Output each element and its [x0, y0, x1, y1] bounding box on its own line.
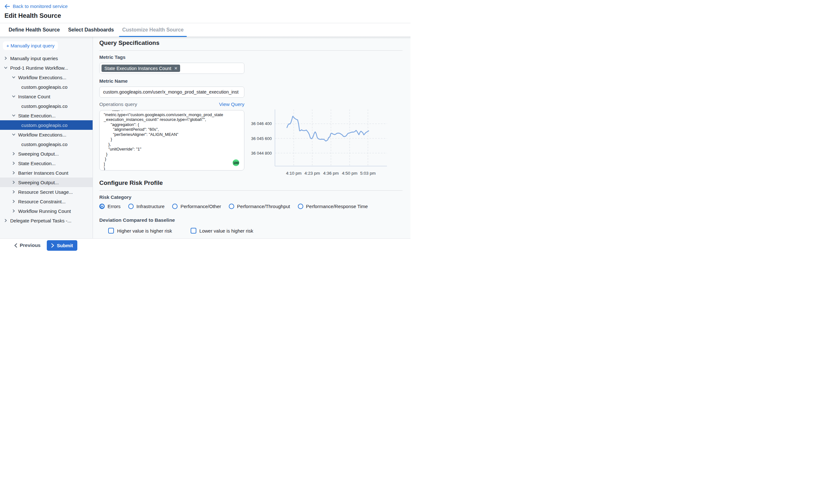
tree-item-sweeping-output[interactable]: Sweeping Output... [0, 149, 93, 158]
operations-query-editor[interactable]: "filter": "metric.type=\"custom.googleap… [99, 110, 244, 171]
tab-select-dashboards[interactable]: Select Dashboards [64, 23, 118, 37]
radio-circle-icon[interactable] [128, 204, 134, 209]
tree-item-label: Workflow Running Count [18, 208, 71, 214]
operations-query-label: Operations query [99, 101, 137, 107]
radio-label: Performance/Throughput [237, 204, 290, 209]
metric-tags-input[interactable]: State Execution Instances Count ✕ [99, 63, 244, 74]
view-query-link[interactable]: View Query [219, 101, 244, 107]
chevron-down-icon[interactable] [12, 133, 16, 137]
radio-circle-icon[interactable] [172, 204, 178, 209]
svg-text:5:03 pm: 5:03 pm [360, 171, 376, 176]
remove-tag-icon[interactable]: ✕ [174, 67, 177, 70]
svg-text:4:10 pm: 4:10 pm [286, 171, 302, 176]
deviation-checkboxes: Higher value is higher riskLower value i… [99, 228, 411, 234]
tree-item-label: Workflow Executions... [18, 75, 66, 80]
svg-text:4:23 pm: 4:23 pm [305, 171, 320, 176]
operations-query-text: "filter": "metric.type=\"custom.googleap… [104, 110, 244, 171]
tree-item-workflow-executions[interactable]: Workflow Executions... [0, 73, 93, 82]
tree-item-label: Prod-1 Runtime Workflow... [10, 65, 68, 71]
tree-item-label: State Execution... [18, 113, 56, 118]
chevron-right-icon[interactable] [12, 161, 16, 165]
svg-text:4:36 pm: 4:36 pm [323, 171, 339, 176]
chevron-right-icon[interactable] [12, 152, 16, 156]
tree-item-workflow-running-count[interactable]: Workflow Running Count [0, 206, 93, 216]
tree-item-custom-googleapis-co[interactable]: custom.googleapis.co [0, 139, 93, 149]
tree-item-custom-googleapis-co[interactable]: custom.googleapis.co [0, 120, 93, 130]
tree-item-label: custom.googleapis.co [21, 84, 67, 90]
tree-item-label: Workflow Executions... [18, 132, 66, 137]
radio-performance-other[interactable]: Performance/Other [172, 204, 221, 209]
tree-item-delegate-perpetual-tasks[interactable]: Delegate Perpetual Tasks -... [0, 216, 93, 225]
chevron-down-icon[interactable] [12, 75, 16, 79]
risk-category-options: ErrorsInfrastructurePerformance/OtherPer… [99, 203, 411, 209]
tree-item-sweeping-output[interactable]: Sweeping Output... [0, 178, 93, 187]
metric-name-input[interactable]: custom.googleapis.com/user/x_mongo_prod_… [99, 87, 244, 98]
chevron-down-icon[interactable] [12, 114, 16, 117]
previous-button[interactable]: Previous [14, 242, 40, 248]
submit-button-label: Submit [57, 243, 73, 248]
radio-label: Performance/Response Time [306, 204, 368, 209]
svg-text:4:50 pm: 4:50 pm [342, 171, 357, 176]
tree-item-label: custom.googleapis.co [21, 123, 67, 128]
tree-item-label: Resource Constraint... [18, 199, 66, 204]
page-header: Back to monitored service Edit Health So… [0, 0, 411, 23]
submit-button[interactable]: Submit [47, 240, 77, 251]
tree-item-custom-googleapis-co[interactable]: custom.googleapis.co [0, 82, 93, 92]
main-panel: Query Specifications Metric Tags State E… [93, 37, 411, 238]
tree-item-state-execution[interactable]: State Execution... [0, 158, 93, 168]
query-tree-sidebar: + Manually input query Manually input qu… [0, 37, 93, 238]
radio-circle-icon[interactable] [99, 204, 105, 209]
tree-item-barrier-instances-count[interactable]: Barrier Instances Count [0, 168, 93, 178]
query-score-badge: 100 [233, 159, 239, 166]
tree-item-label: Manually input queries [10, 56, 58, 61]
tree-item-workflow-executions[interactable]: Workflow Executions... [0, 130, 93, 139]
radio-errors[interactable]: Errors [99, 204, 121, 209]
tree-item-label: Barrier Instances Count [18, 170, 68, 176]
tree-item-custom-googleapis-co[interactable]: custom.googleapis.co [0, 101, 93, 111]
radio-performance-response-time[interactable]: Performance/Response Time [298, 204, 368, 209]
chevron-down-icon[interactable] [4, 66, 8, 70]
chevron-right-icon[interactable] [12, 199, 16, 203]
chevron-down-icon[interactable] [12, 95, 16, 98]
chevron-right-icon[interactable] [4, 56, 8, 60]
radio-circle-icon[interactable] [298, 204, 303, 209]
radio-label: Errors [108, 204, 121, 209]
radio-infrastructure[interactable]: Infrastructure [128, 204, 165, 209]
checkbox-higher-value-is-higher-risk[interactable]: Higher value is higher risk [108, 228, 172, 234]
checkbox-box-icon[interactable] [191, 228, 196, 234]
tree-item-instance-count[interactable]: Instance Count [0, 92, 93, 101]
svg-text:36 044 800: 36 044 800 [251, 151, 272, 156]
add-manual-query-button[interactable]: + Manually input query [3, 41, 58, 50]
metric-tag-chip[interactable]: State Execution Instances Count ✕ [102, 65, 180, 72]
tree-item-label: Sweeping Output... [18, 180, 59, 185]
arrow-left-icon [4, 4, 10, 9]
tree-item-resource-secret-usage[interactable]: Resource Secret Usage... [0, 187, 93, 197]
tree-item-manually-input-queries[interactable]: Manually input queries [0, 53, 93, 63]
metric-tag-chip-label: State Execution Instances Count [104, 66, 171, 71]
checkbox-label: Higher value is higher risk [117, 228, 172, 234]
tab-define-health-source[interactable]: Define Health Source [4, 23, 64, 37]
checkbox-lower-value-is-higher-risk[interactable]: Lower value is higher risk [191, 228, 253, 234]
back-to-monitored-service-link[interactable]: Back to monitored service [4, 3, 68, 9]
svg-text:36 046 400: 36 046 400 [251, 121, 272, 126]
section-divider [99, 50, 403, 51]
svg-text:36 045 600: 36 045 600 [251, 136, 272, 141]
page-body: + Manually input query Manually input qu… [0, 37, 411, 238]
chevron-right-icon[interactable] [12, 209, 16, 213]
chevron-right-icon[interactable] [4, 219, 8, 222]
tab-customize-health-source[interactable]: Customize Health Source [118, 23, 188, 37]
tree-item-prod-1-runtime-workflow[interactable]: Prod-1 Runtime Workflow... [0, 63, 93, 73]
radio-label: Infrastructure [137, 204, 165, 209]
radio-performance-throughput[interactable]: Performance/Throughput [229, 204, 290, 209]
tree-item-state-execution[interactable]: State Execution... [0, 111, 93, 120]
tree-item-resource-constraint[interactable]: Resource Constraint... [0, 197, 93, 206]
wizard-footer: Previous Submit [0, 238, 411, 252]
chevron-right-icon[interactable] [12, 190, 16, 194]
chevron-left-icon [14, 243, 17, 248]
checkbox-box-icon[interactable] [108, 228, 114, 234]
chevron-right-icon[interactable] [12, 171, 16, 175]
chevron-right-icon[interactable] [12, 180, 16, 184]
previous-button-label: Previous [20, 242, 40, 248]
chevron-right-icon [51, 243, 54, 248]
radio-circle-icon[interactable] [229, 204, 234, 209]
